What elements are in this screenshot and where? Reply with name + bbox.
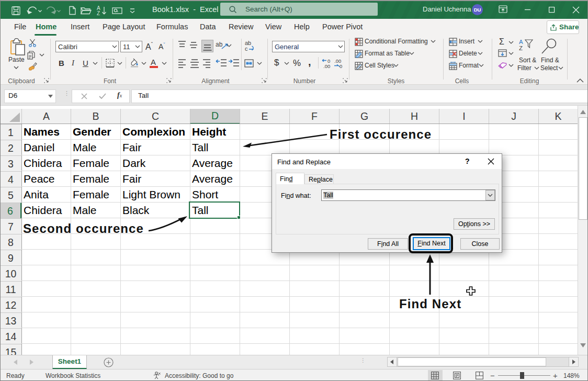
svg-text:A: A [519, 39, 523, 45]
svg-text:0: 0 [340, 63, 342, 69]
svg-text:Z: Z [97, 10, 100, 16]
svg-text:c: c [245, 46, 248, 52]
svg-text:Z: Z [519, 45, 523, 51]
svg-text:ab: ab [216, 41, 223, 48]
svg-text:.00: .00 [323, 63, 330, 69]
